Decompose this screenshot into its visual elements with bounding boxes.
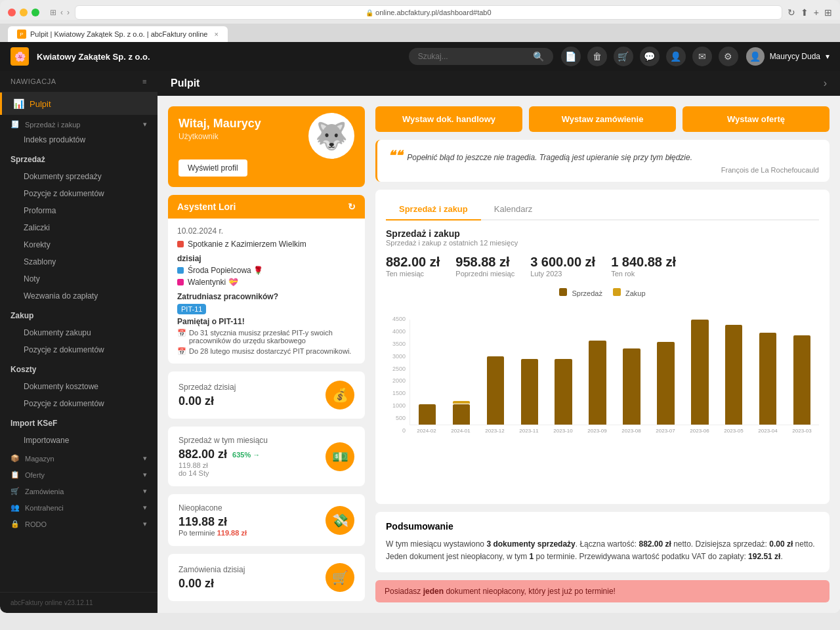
offers-icon: 📋: [10, 471, 20, 479]
search-input[interactable]: [418, 52, 529, 61]
delete-icon[interactable]: 🗑: [587, 47, 607, 66]
bar-group: [650, 342, 681, 425]
contacts-icon[interactable]: 👤: [666, 47, 686, 66]
traffic-lights: [8, 9, 39, 16]
send-icon[interactable]: ✉: [692, 47, 712, 66]
chart-title: Sprzedaż i zakup: [386, 228, 819, 239]
bar-group: [480, 356, 511, 425]
stat-today-value: 0.00 zł: [178, 394, 236, 408]
tab-favicon: P: [17, 30, 26, 39]
quote-author: François de La Rochefoucauld: [388, 166, 819, 174]
sidebar-item-import-ksef[interactable]: Import KSeF: [0, 415, 158, 432]
issue-doc-button[interactable]: Wystaw dok. handlowy: [375, 106, 522, 132]
stat-card-orders: Zamówienia dzisiaj 0.00 zł 🛒: [168, 554, 365, 601]
settings-icon[interactable]: ⚙: [719, 47, 738, 66]
collapse-sidebar-button[interactable]: ›: [824, 77, 827, 89]
chat-icon[interactable]: 💬: [640, 47, 660, 66]
bar-chart: 4500 4000 3500 3000 2500 2000 1500 1000 …: [386, 303, 819, 434]
sidebar-section-kontrahenci[interactable]: 👥 Kontrahenci ▾: [0, 498, 158, 514]
back-button[interactable]: ⊞: [50, 8, 56, 17]
sidebar-item-wezwania[interactable]: Wezwania do zapłaty: [0, 287, 158, 304]
tab-sales-purchase[interactable]: Sprzedaż i zakup: [386, 199, 481, 220]
documents-icon[interactable]: 📄: [561, 47, 581, 66]
tab-close[interactable]: ×: [214, 30, 218, 38]
legend-purchase: Zakup: [613, 288, 646, 297]
maximize-button[interactable]: [32, 9, 39, 16]
welcome-card: Witaj, Maurycy Użytkownik 🐺 Wyświetl pro…: [168, 106, 365, 187]
sidebar-item-zakup[interactable]: Zakup: [0, 307, 158, 324]
sidebar-item-zaliczki[interactable]: Zaliczki: [0, 219, 158, 236]
sidebar-item-dokumenty-sprzedazy[interactable]: Dokumenty sprzedaży: [0, 168, 158, 185]
minimize-button[interactable]: [20, 9, 28, 16]
sidebar-section-rodo[interactable]: 🔒 RODO ▾: [0, 514, 158, 531]
chevron-up-icon: ▾: [143, 120, 147, 129]
bar-purchase: [453, 401, 470, 404]
close-button[interactable]: [8, 9, 16, 16]
chevron-down-icon-oferty: ▾: [143, 471, 147, 479]
issue-order-button[interactable]: Wystaw zamówienie: [529, 106, 676, 132]
chart-header: Sprzedaż i zakup Sprzedaż i zakup z osta…: [386, 228, 819, 247]
sidebar-item-dokumenty-kosztowe[interactable]: Dokumenty kosztowe: [0, 378, 158, 395]
bar-group: [582, 341, 614, 425]
refresh-icon[interactable]: ↻: [348, 201, 356, 212]
view-profile-button[interactable]: Wyświetl profil: [178, 159, 247, 177]
sidebar-item-pozycje-zakup[interactable]: Pozycje z dokumentów: [0, 341, 158, 358]
sidebar-item-pulpit[interactable]: 📊 Pulpit: [0, 93, 158, 115]
event-item: Spotkanie z Kazimierzem Wielkim: [177, 240, 356, 249]
stat-orders-label: Zamówienia dzisiaj: [178, 565, 245, 574]
sidebar-item-pozycje-koszty[interactable]: Pozycje z dokumentów: [0, 395, 158, 412]
sidebar-section-zamowienia[interactable]: 🛒 Zamówienia ▾: [0, 482, 158, 498]
right-column: Wystaw dok. handlowy Wystaw zamówienie W…: [375, 106, 830, 602]
action-buttons: Wystaw dok. handlowy Wystaw zamówienie W…: [375, 106, 830, 132]
browser-tab[interactable]: P Pulpit | Kwiatowy Zakątek Sp. z o.o. |…: [8, 26, 228, 42]
new-tab-button[interactable]: +: [814, 7, 819, 18]
sidebar-item-korekty[interactable]: Korekty: [0, 236, 158, 253]
reload-button[interactable]: ↻: [788, 7, 795, 18]
pit-title: Pamiętaj o PIT-11!: [177, 317, 356, 326]
kpi-this-month-label: Ten miesiąc: [386, 270, 440, 278]
share-button[interactable]: ⬆: [801, 7, 808, 18]
extensions-button[interactable]: ⊞: [824, 7, 832, 18]
bar-sales: [453, 404, 470, 425]
sidebar-item-pozycje-sprzedaz[interactable]: Pozycje z dokumentów: [0, 185, 158, 202]
stat-unpaid-value: 119.88 zł: [178, 515, 247, 529]
nav-forward[interactable]: ›: [67, 8, 70, 17]
issue-offer-button[interactable]: Wystaw ofertę: [682, 106, 830, 132]
user-menu[interactable]: 👤 Maurycy Duda ▾: [746, 47, 830, 66]
quote-text: ❝❝ Popełnić błąd to jeszcze nie tragedia…: [388, 148, 819, 163]
sidebar-item-indeks[interactable]: Indeks produktów: [0, 131, 158, 148]
event-dot-blue: [177, 267, 184, 274]
sidebar-item-sprzedaz[interactable]: Sprzedaż: [0, 151, 158, 168]
cart-icon[interactable]: 🛒: [614, 47, 633, 66]
address-bar[interactable]: 🔒 online.abcfaktury.pl/dashboard#tab0: [75, 5, 782, 20]
summary-text: W tym miesiącu wystawiono 3 dokumenty sp…: [386, 538, 819, 563]
bar-sales: [589, 341, 606, 425]
event-dot-red: [177, 241, 184, 247]
stat-month-value: 882.00 zł: [178, 448, 227, 461]
sales-icon: 🧾: [10, 120, 20, 129]
chevron-down-icon-kontrahenci: ▾: [143, 503, 147, 512]
sidebar-item-importowane[interactable]: Importowane: [0, 432, 158, 449]
tab-calendar[interactable]: Kalendarz: [481, 199, 546, 220]
search-icon[interactable]: 🔍: [533, 51, 544, 62]
nav-back[interactable]: ‹: [60, 8, 63, 17]
calendar-icon: 📅: [177, 329, 186, 337]
menu-icon[interactable]: ≡: [142, 77, 147, 85]
stat-card-today-sales: Sprzedaż dzisiaj 0.00 zł 💰: [168, 371, 365, 419]
sidebar-item-szablony[interactable]: Szablony: [0, 253, 158, 270]
page-title: Pulpit: [171, 77, 200, 89]
bar-sales: [487, 356, 504, 425]
sidebar-section-sales[interactable]: 🧾 Sprzedaż i zakup ▾: [0, 115, 158, 131]
sidebar-item-dokumenty-zakupu[interactable]: Dokumenty zakupu: [0, 324, 158, 341]
pit-section-title: Zatrudniasz pracowników?: [177, 292, 356, 301]
sidebar-section-oferty[interactable]: 📋 Oferty ▾: [0, 465, 158, 482]
chart-card: Sprzedaż i zakup Kalendarz Sprzedaż i za…: [375, 190, 830, 504]
sidebar-item-koszty[interactable]: Koszty: [0, 361, 158, 378]
sidebar-item-proforma[interactable]: Proforma: [0, 202, 158, 219]
bar-sales: [657, 342, 674, 425]
sidebar-item-noty[interactable]: Noty: [0, 270, 158, 287]
summary-title: Podsumowanie: [386, 521, 819, 532]
pit-note-2: 📅 Do 28 lutego musisz dostarczyć PIT pra…: [177, 347, 356, 356]
bar-sales: [725, 325, 742, 425]
sidebar-section-magazyn[interactable]: 📦 Magazyn ▾: [0, 449, 158, 465]
